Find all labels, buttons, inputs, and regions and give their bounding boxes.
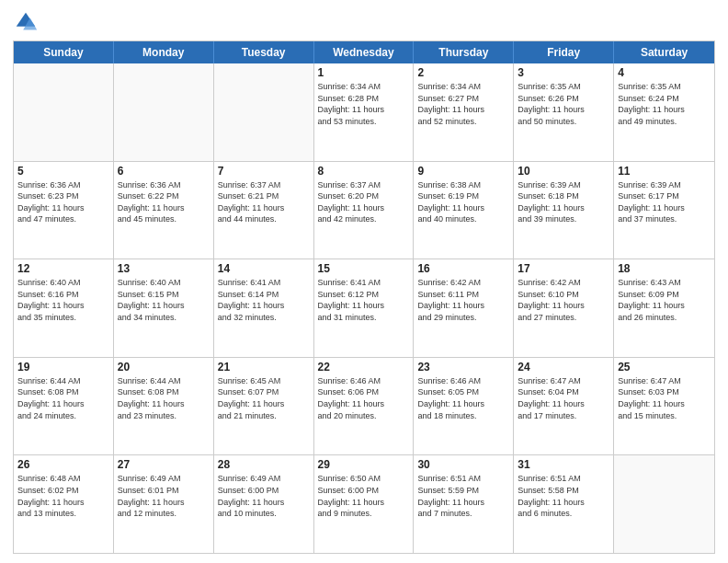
day-number: 17 [518, 262, 609, 275]
logo [13, 9, 42, 35]
day-number: 7 [218, 165, 310, 178]
calendar: SundayMondayTuesdayWednesdayThursdayFrid… [13, 40, 715, 554]
day-cell-23: 23Sunrise: 6:46 AM Sunset: 6:05 PM Dayli… [414, 358, 514, 455]
day-info: Sunrise: 6:35 AM Sunset: 6:26 PM Dayligh… [518, 81, 609, 127]
day-cell-29: 29Sunrise: 6:50 AM Sunset: 6:00 PM Dayli… [314, 455, 415, 553]
calendar-row-2: 5Sunrise: 6:36 AM Sunset: 6:23 PM Daylig… [14, 162, 714, 260]
day-number: 22 [318, 361, 410, 373]
day-info: Sunrise: 6:49 AM Sunset: 6:01 PM Dayligh… [118, 473, 210, 519]
day-number: 14 [218, 262, 310, 275]
day-info: Sunrise: 6:41 AM Sunset: 6:12 PM Dayligh… [318, 277, 410, 323]
weekday-header-monday: Monday [114, 41, 214, 63]
day-number: 24 [518, 361, 609, 373]
day-cell-9: 9Sunrise: 6:38 AM Sunset: 6:19 PM Daylig… [414, 162, 514, 259]
day-cell-13: 13Sunrise: 6:40 AM Sunset: 6:15 PM Dayli… [114, 259, 214, 357]
day-number: 15 [318, 262, 410, 275]
day-number: 9 [417, 165, 509, 178]
calendar-row-1: 1Sunrise: 6:34 AM Sunset: 6:28 PM Daylig… [14, 63, 714, 162]
day-cell-11: 11Sunrise: 6:39 AM Sunset: 6:17 PM Dayli… [614, 162, 714, 259]
day-number: 26 [17, 458, 109, 471]
day-info: Sunrise: 6:47 AM Sunset: 6:04 PM Dayligh… [518, 375, 609, 421]
day-info: Sunrise: 6:37 AM Sunset: 6:20 PM Dayligh… [318, 179, 410, 225]
day-number: 5 [17, 165, 109, 178]
weekday-header-sunday: Sunday [14, 41, 114, 63]
day-number: 10 [518, 165, 609, 178]
day-number: 20 [118, 361, 210, 373]
day-cell-26: 26Sunrise: 6:48 AM Sunset: 6:02 PM Dayli… [14, 455, 114, 553]
day-number: 18 [618, 262, 711, 275]
day-info: Sunrise: 6:39 AM Sunset: 6:18 PM Dayligh… [518, 179, 609, 225]
day-cell-21: 21Sunrise: 6:45 AM Sunset: 6:07 PM Dayli… [214, 358, 314, 455]
weekday-header-wednesday: Wednesday [314, 41, 415, 63]
weekday-header-tuesday: Tuesday [214, 41, 314, 63]
day-cell-22: 22Sunrise: 6:46 AM Sunset: 6:06 PM Dayli… [314, 358, 415, 455]
day-cell-25: 25Sunrise: 6:47 AM Sunset: 6:03 PM Dayli… [614, 358, 714, 455]
day-cell-12: 12Sunrise: 6:40 AM Sunset: 6:16 PM Dayli… [14, 259, 114, 357]
day-number: 23 [417, 361, 509, 373]
day-number: 11 [618, 165, 711, 178]
day-info: Sunrise: 6:36 AM Sunset: 6:23 PM Dayligh… [17, 179, 109, 225]
day-number: 30 [417, 458, 509, 471]
empty-cell-r0c0 [14, 63, 114, 161]
day-cell-14: 14Sunrise: 6:41 AM Sunset: 6:14 PM Dayli… [214, 259, 314, 357]
day-info: Sunrise: 6:41 AM Sunset: 6:14 PM Dayligh… [218, 277, 310, 323]
day-info: Sunrise: 6:49 AM Sunset: 6:00 PM Dayligh… [218, 473, 310, 519]
day-info: Sunrise: 6:38 AM Sunset: 6:19 PM Dayligh… [417, 179, 509, 225]
day-cell-24: 24Sunrise: 6:47 AM Sunset: 6:04 PM Dayli… [514, 358, 614, 455]
day-info: Sunrise: 6:42 AM Sunset: 6:10 PM Dayligh… [518, 277, 609, 323]
day-info: Sunrise: 6:45 AM Sunset: 6:07 PM Dayligh… [218, 375, 310, 421]
day-cell-18: 18Sunrise: 6:43 AM Sunset: 6:09 PM Dayli… [614, 259, 714, 357]
day-number: 8 [318, 165, 410, 178]
day-info: Sunrise: 6:48 AM Sunset: 6:02 PM Dayligh… [17, 473, 109, 519]
day-number: 31 [518, 458, 609, 471]
day-cell-28: 28Sunrise: 6:49 AM Sunset: 6:00 PM Dayli… [214, 455, 314, 553]
day-cell-20: 20Sunrise: 6:44 AM Sunset: 6:08 PM Dayli… [114, 358, 214, 455]
day-info: Sunrise: 6:51 AM Sunset: 5:59 PM Dayligh… [417, 473, 509, 519]
day-cell-3: 3Sunrise: 6:35 AM Sunset: 6:26 PM Daylig… [514, 63, 614, 161]
day-number: 12 [17, 262, 109, 275]
day-info: Sunrise: 6:46 AM Sunset: 6:05 PM Dayligh… [417, 375, 509, 421]
day-cell-8: 8Sunrise: 6:37 AM Sunset: 6:20 PM Daylig… [314, 162, 415, 259]
day-cell-27: 27Sunrise: 6:49 AM Sunset: 6:01 PM Dayli… [114, 455, 214, 553]
day-info: Sunrise: 6:39 AM Sunset: 6:17 PM Dayligh… [618, 179, 711, 225]
day-cell-2: 2Sunrise: 6:34 AM Sunset: 6:27 PM Daylig… [414, 63, 514, 161]
day-number: 28 [218, 458, 310, 471]
day-info: Sunrise: 6:42 AM Sunset: 6:11 PM Dayligh… [417, 277, 509, 323]
weekday-header-friday: Friday [514, 41, 614, 63]
day-number: 2 [417, 66, 509, 79]
day-cell-31: 31Sunrise: 6:51 AM Sunset: 5:58 PM Dayli… [514, 455, 614, 553]
day-number: 13 [118, 262, 210, 275]
day-info: Sunrise: 6:40 AM Sunset: 6:16 PM Dayligh… [17, 277, 109, 323]
day-number: 16 [417, 262, 509, 275]
calendar-header: SundayMondayTuesdayWednesdayThursdayFrid… [14, 41, 714, 63]
day-number: 19 [17, 361, 109, 373]
day-info: Sunrise: 6:36 AM Sunset: 6:22 PM Dayligh… [118, 179, 210, 225]
day-info: Sunrise: 6:50 AM Sunset: 6:00 PM Dayligh… [318, 473, 410, 519]
calendar-row-5: 26Sunrise: 6:48 AM Sunset: 6:02 PM Dayli… [14, 455, 714, 553]
calendar-body: 1Sunrise: 6:34 AM Sunset: 6:28 PM Daylig… [14, 63, 714, 553]
calendar-row-4: 19Sunrise: 6:44 AM Sunset: 6:08 PM Dayli… [14, 358, 714, 456]
day-cell-7: 7Sunrise: 6:37 AM Sunset: 6:21 PM Daylig… [214, 162, 314, 259]
day-info: Sunrise: 6:43 AM Sunset: 6:09 PM Dayligh… [618, 277, 711, 323]
empty-cell-r0c1 [114, 63, 214, 161]
logo-icon [13, 9, 39, 35]
page: SundayMondayTuesdayWednesdayThursdayFrid… [0, 0, 728, 563]
empty-cell-r0c2 [214, 63, 314, 161]
day-info: Sunrise: 6:34 AM Sunset: 6:27 PM Dayligh… [417, 81, 509, 127]
day-info: Sunrise: 6:37 AM Sunset: 6:21 PM Dayligh… [218, 179, 310, 225]
day-info: Sunrise: 6:35 AM Sunset: 6:24 PM Dayligh… [618, 81, 711, 127]
day-cell-30: 30Sunrise: 6:51 AM Sunset: 5:59 PM Dayli… [414, 455, 514, 553]
day-info: Sunrise: 6:51 AM Sunset: 5:58 PM Dayligh… [518, 473, 609, 519]
day-cell-16: 16Sunrise: 6:42 AM Sunset: 6:11 PM Dayli… [414, 259, 514, 357]
day-info: Sunrise: 6:44 AM Sunset: 6:08 PM Dayligh… [17, 375, 109, 421]
day-number: 1 [318, 66, 410, 79]
empty-cell-r4c6 [614, 455, 714, 553]
day-cell-1: 1Sunrise: 6:34 AM Sunset: 6:28 PM Daylig… [314, 63, 415, 161]
calendar-row-3: 12Sunrise: 6:40 AM Sunset: 6:16 PM Dayli… [14, 259, 714, 358]
day-info: Sunrise: 6:40 AM Sunset: 6:15 PM Dayligh… [118, 277, 210, 323]
day-cell-17: 17Sunrise: 6:42 AM Sunset: 6:10 PM Dayli… [514, 259, 614, 357]
weekday-header-saturday: Saturday [614, 41, 714, 63]
weekday-header-thursday: Thursday [414, 41, 514, 63]
day-number: 6 [118, 165, 210, 178]
day-cell-4: 4Sunrise: 6:35 AM Sunset: 6:24 PM Daylig… [614, 63, 714, 161]
